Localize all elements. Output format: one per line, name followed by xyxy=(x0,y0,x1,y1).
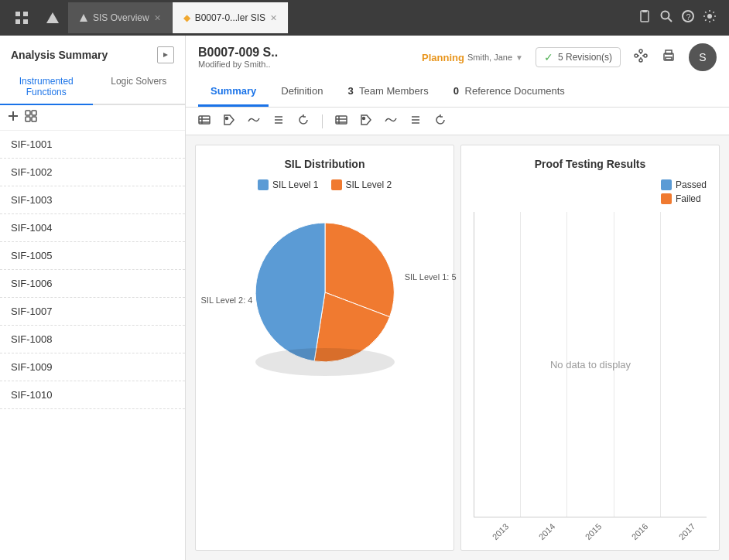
sidebar-tab-logic-solvers[interactable]: Logic Solvers xyxy=(93,70,186,104)
grid-col xyxy=(661,212,707,517)
svg-line-9 xyxy=(669,19,673,22)
sidebar-header: Analysis Summary xyxy=(0,36,185,70)
settings-icon[interactable] xyxy=(703,9,717,26)
sil-chart-title: SIL Distribution xyxy=(285,158,365,170)
list-item[interactable]: SIF-1003 xyxy=(0,186,185,214)
help-icon[interactable]: ? xyxy=(681,9,695,26)
add-item-button[interactable] xyxy=(8,111,19,125)
content-area: B0007-009 S.. Modified by Smith.. Planni… xyxy=(186,36,729,560)
sil-level-1-data-label: SIL Level 1: 5 xyxy=(405,272,457,282)
sil-level-2-label: SIL Level 2 xyxy=(346,179,392,190)
tab-sis-overview-label: SIS Overview xyxy=(93,12,149,23)
tab-sis-overview[interactable]: SIS Overview ✕ xyxy=(68,2,173,33)
owner-label: Smith, Jane xyxy=(467,53,512,62)
sidebar: Analysis Summary Instrumented Functions … xyxy=(0,36,186,560)
x-label-2013: 2013 xyxy=(490,521,510,541)
group-button[interactable] xyxy=(25,110,37,125)
list-item[interactable]: SIF-1006 xyxy=(0,270,185,298)
svg-point-35 xyxy=(226,118,228,120)
svg-point-47 xyxy=(255,348,395,376)
record-title: B0007-009 S.. xyxy=(198,46,278,60)
charts-toolbar xyxy=(186,108,729,135)
team-members-count: 3 xyxy=(347,85,353,97)
svg-marker-4 xyxy=(46,12,59,23)
tab-definition[interactable]: Definition xyxy=(269,77,335,107)
chevron-down-icon: ▼ xyxy=(515,53,523,62)
triangle-icon[interactable] xyxy=(37,2,68,33)
tab-team-members[interactable]: 3 Team Members xyxy=(335,77,440,107)
revision-icon: ✓ xyxy=(544,51,553,63)
sil-level-2-color xyxy=(331,179,342,190)
map-icon[interactable] xyxy=(195,112,214,130)
list-item[interactable]: SIF-1007 xyxy=(0,298,185,326)
map-icon-2[interactable] xyxy=(332,112,351,130)
failed-label: Failed xyxy=(676,193,701,204)
refresh-icon[interactable] xyxy=(294,112,313,130)
content-tabs: Summary Definition 3 Team Members 0 Refe… xyxy=(198,77,717,107)
svg-rect-30 xyxy=(666,57,672,60)
list-icon-2[interactable] xyxy=(406,112,425,130)
sidebar-tab-instrumented-functions[interactable]: Instrumented Functions xyxy=(0,70,93,105)
clipboard-icon[interactable] xyxy=(638,9,652,26)
tab-reference-docs[interactable]: 0 Reference Documents xyxy=(441,77,577,107)
list-item[interactable]: SIF-1001 xyxy=(0,131,185,159)
tab-sis-overview-close[interactable]: ✕ xyxy=(154,13,161,23)
tab-bler-sis[interactable]: ◆ B0007-0...ler SIS ✕ xyxy=(173,2,289,33)
content-header-top: B0007-009 S.. Modified by Smith.. Planni… xyxy=(198,43,717,71)
revision-count: 5 Revision(s) xyxy=(558,52,612,63)
svg-marker-13 xyxy=(163,53,168,57)
sil-chart-legend: SIL Level 1 SIL Level 2 xyxy=(258,179,392,190)
svg-rect-16 xyxy=(26,111,30,115)
search-icon[interactable] xyxy=(659,9,673,26)
svg-rect-3 xyxy=(23,19,28,24)
charts-panels: SIL Distribution SIL Level 1 SIL Level 2 xyxy=(186,135,729,560)
proof-chart-area-wrap: No data to display 2013 2014 2015 2016 2… xyxy=(474,212,707,538)
list-item[interactable]: SIF-1010 xyxy=(0,381,185,409)
no-data-label: No data to display xyxy=(550,359,631,370)
wave-icon[interactable] xyxy=(245,112,263,130)
pie-chart-container: SIL Level 2: 4 SIL Level 1: 5 xyxy=(240,207,410,377)
refresh-icon-2[interactable] xyxy=(431,112,450,130)
svg-rect-17 xyxy=(32,111,36,115)
list-item[interactable]: SIF-1002 xyxy=(0,159,185,186)
tab-reference-docs-label: Reference Documents xyxy=(465,85,565,97)
svg-point-22 xyxy=(644,54,647,57)
avatar-initials: S xyxy=(699,51,706,63)
list-item[interactable]: SIF-1009 xyxy=(0,353,185,381)
svg-point-23 xyxy=(639,59,642,62)
svg-rect-6 xyxy=(641,11,649,22)
grid-icon[interactable] xyxy=(6,2,37,33)
avatar[interactable]: S xyxy=(689,43,717,71)
status-badge[interactable]: Planning Smith, Jane ▼ xyxy=(422,52,523,63)
list-item[interactable]: SIF-1004 xyxy=(0,214,185,242)
proof-legend-container: Passed Failed xyxy=(474,179,707,204)
sis-tab-icon: ◆ xyxy=(183,12,190,23)
sil-level-1-color xyxy=(258,179,269,190)
passed-label: Passed xyxy=(676,179,707,190)
sidebar-collapse-button[interactable] xyxy=(157,46,174,63)
tab-bler-sis-close[interactable]: ✕ xyxy=(270,13,277,23)
proof-testing-panel: Proof Testing Results Passed Failed xyxy=(460,145,720,551)
wave-icon-2[interactable] xyxy=(382,112,400,130)
svg-rect-1 xyxy=(23,12,28,16)
svg-rect-19 xyxy=(32,117,36,121)
charts-area: SIL Distribution SIL Level 1 SIL Level 2 xyxy=(186,108,729,560)
x-label-2015: 2015 xyxy=(584,521,604,541)
tag-icon[interactable] xyxy=(220,112,238,130)
failed-legend: Failed xyxy=(661,193,707,204)
list-item[interactable]: SIF-1005 xyxy=(0,242,185,270)
grid-col xyxy=(474,212,521,517)
svg-rect-29 xyxy=(666,50,672,54)
list-item[interactable]: SIF-1008 xyxy=(0,326,185,353)
sidebar-toolbar xyxy=(0,105,185,131)
list-icon[interactable] xyxy=(269,112,288,130)
tag-icon-2[interactable] xyxy=(357,112,375,130)
sil-level-1-label: SIL Level 1 xyxy=(272,179,319,190)
tab-summary[interactable]: Summary xyxy=(198,77,269,107)
x-label-2014: 2014 xyxy=(537,521,557,541)
network-diagram-icon[interactable] xyxy=(633,48,649,67)
print-icon[interactable] xyxy=(661,48,676,67)
revision-button[interactable]: ✓ 5 Revision(s) xyxy=(536,47,621,67)
record-subtitle: Modified by Smith.. xyxy=(198,60,278,69)
status-label: Planning xyxy=(422,52,464,63)
